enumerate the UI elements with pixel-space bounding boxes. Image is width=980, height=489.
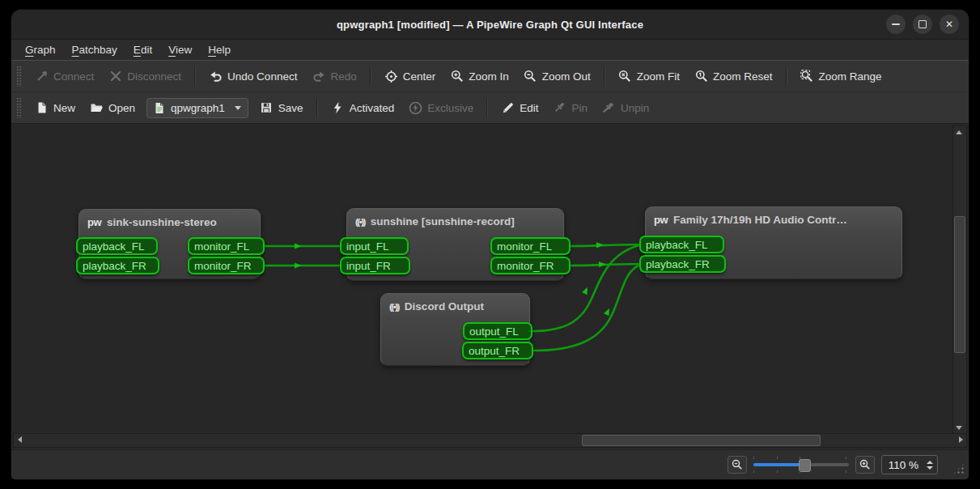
menu-help[interactable]: Help (201, 42, 238, 57)
unpin-label: Unpin (621, 102, 649, 114)
toolbar-separator (370, 66, 371, 86)
zoom-range-label: Zoom Range (819, 70, 882, 83)
open-folder-icon (90, 101, 104, 115)
window-controls: ✕ (886, 15, 959, 34)
exclusive-button[interactable]: Exclusive (402, 97, 480, 119)
arrow-down-icon (956, 426, 962, 430)
edit-label: Edit (520, 102, 538, 114)
toolbar-drag-handle[interactable] (16, 66, 22, 87)
port-playback_FR[interactable]: playback_FR (639, 255, 726, 273)
new-file-icon (35, 101, 49, 115)
disconnect-label: Disconnect (127, 70, 181, 83)
scroll-right-button[interactable] (955, 434, 966, 445)
vertical-scrollbar[interactable] (952, 125, 967, 434)
port-monitor_FL[interactable]: monitor_FL (490, 237, 571, 255)
port-output_FL[interactable]: output_FL (463, 322, 532, 340)
save-icon (260, 101, 274, 115)
patchbay-profile-combobox[interactable]: qpwgraph1 (146, 98, 248, 118)
connect-label: Connect (53, 70, 94, 83)
toolbar-separator (316, 98, 318, 117)
open-label: Open (108, 102, 135, 114)
activated-bolt-icon (331, 101, 345, 115)
menu-view[interactable]: View (161, 42, 199, 57)
center-label: Center (403, 70, 436, 83)
new-button[interactable]: New (28, 97, 82, 119)
zoom-out-label: Zoom Out (542, 70, 591, 83)
toolbar-graph: Connect Disconnect Undo Connect Redo Cen… (11, 60, 969, 91)
new-label: New (53, 102, 75, 114)
graph-canvas[interactable]: pw sink-sunshine-stereo ((•)) sunshine [… (11, 123, 969, 449)
connect-button[interactable]: Connect (28, 66, 100, 87)
edit-button[interactable]: Edit (494, 97, 545, 119)
connection-wires (11, 124, 967, 449)
zoom-in-icon (858, 458, 872, 472)
statusbar-zoom-out-button[interactable] (728, 456, 747, 474)
menu-patchbay[interactable]: Patchbay (65, 42, 125, 57)
spin-down-icon (927, 466, 933, 470)
zoom-slider[interactable] (753, 457, 849, 473)
port-monitor_FR[interactable]: monitor_FR (490, 257, 571, 274)
toolbar-separator (604, 66, 605, 86)
activated-button[interactable]: Activated (325, 97, 401, 119)
port-input_FL[interactable]: input_FL (340, 237, 409, 255)
zoom-out-button[interactable]: Zoom Out (517, 66, 597, 87)
save-button[interactable]: Save (253, 97, 310, 119)
horizontal-scrollbar-thumb[interactable] (582, 435, 821, 446)
disconnect-button[interactable]: Disconnect (102, 66, 188, 87)
zoom-range-button[interactable]: Zoom Range (794, 66, 889, 87)
window-resize-grip[interactable] (952, 462, 965, 475)
menu-edit[interactable]: Edit (126, 42, 159, 57)
slider-ticks (753, 470, 849, 473)
slider-fill (753, 463, 803, 466)
activated-label: Activated (350, 102, 395, 114)
zoom-fit-label: Zoom Fit (637, 70, 680, 83)
patchbay-profile-value: qpwgraph1 (171, 102, 225, 114)
connect-icon (35, 70, 49, 83)
port-monitor_FL[interactable]: monitor_FL (188, 237, 265, 255)
vertical-scrollbar-thumb[interactable] (954, 216, 965, 353)
zoom-reset-icon (694, 70, 708, 83)
pin-button[interactable]: Pin (546, 97, 594, 119)
center-icon (384, 70, 398, 83)
port-playback_FL[interactable]: playback_FL (639, 236, 724, 253)
arrow-right-icon (959, 436, 963, 443)
center-button[interactable]: Center (378, 66, 443, 87)
toolbar-drag-handle[interactable] (16, 97, 22, 118)
zoom-in-label: Zoom In (469, 70, 509, 83)
statusbar-zoom-in-button[interactable] (855, 456, 875, 474)
zoom-percent-spinbox[interactable]: 110 % (881, 455, 938, 474)
port-monitor_FR[interactable]: monitor_FR (188, 257, 265, 274)
close-button[interactable]: ✕ (940, 15, 959, 34)
toolbar-separator (486, 98, 488, 117)
port-output_FR[interactable]: output_FR (462, 342, 533, 359)
unpin-button[interactable]: Unpin (596, 97, 655, 119)
zoom-in-button[interactable]: Zoom In (443, 66, 515, 87)
port-playback_FL[interactable]: playback_FL (76, 237, 158, 255)
titlebar[interactable]: qpwgraph1 [modified] — A PipeWire Graph … (11, 10, 969, 40)
open-button[interactable]: Open (83, 97, 142, 119)
statusbar: 110 % (11, 449, 969, 479)
scroll-left-button[interactable] (14, 434, 25, 445)
undo-connect-button[interactable]: Undo Connect (202, 66, 303, 87)
minimize-icon (892, 23, 900, 25)
port-playback_FR[interactable]: playback_FR (76, 257, 159, 274)
unpin-icon (602, 101, 616, 115)
redo-button[interactable]: Redo (305, 66, 363, 87)
zoom-fit-icon (618, 70, 632, 83)
scroll-up-button[interactable] (953, 126, 965, 138)
disconnect-icon (108, 70, 122, 83)
menu-graph[interactable]: Graph (18, 42, 63, 57)
edit-pencil-icon (501, 101, 515, 115)
redo-icon (312, 70, 325, 83)
maximize-button[interactable] (913, 15, 932, 34)
horizontal-scrollbar[interactable] (13, 433, 967, 448)
zoom-fit-button[interactable]: Zoom Fit (612, 66, 686, 87)
minimize-button[interactable] (886, 15, 906, 34)
toolbar-patchbay: New Open qpwgraph1 Save Activated Exclus… (11, 91, 969, 123)
scroll-down-button[interactable] (953, 422, 965, 433)
zoom-in-icon (450, 70, 464, 83)
zoom-reset-button[interactable]: Zoom Reset (688, 66, 779, 87)
spinbox-arrows[interactable] (924, 461, 935, 470)
port-input_FR[interactable]: input_FR (340, 257, 410, 274)
pin-label: Pin (571, 102, 588, 114)
